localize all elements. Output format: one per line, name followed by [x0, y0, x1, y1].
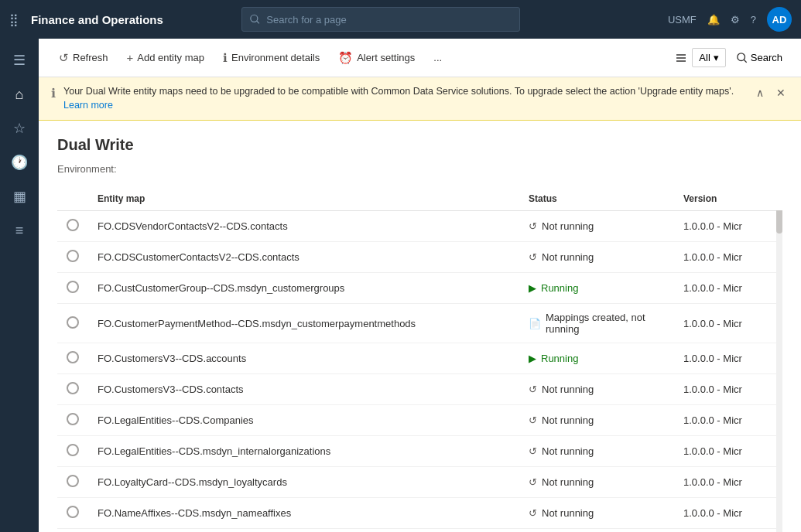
not-running-icon: ↺	[529, 507, 537, 519]
row-radio[interactable]	[67, 444, 79, 456]
table-row[interactable]: FO.LegalEntities--CDS.msdyn_internalorga…	[57, 436, 782, 467]
not-running-icon: ↺	[529, 220, 537, 232]
cell-status: ↺Not running	[519, 242, 674, 273]
status-text: Running	[541, 353, 578, 364]
cell-status: ▶Running	[519, 343, 674, 374]
status-text: Not running	[542, 220, 594, 232]
row-radio[interactable]	[67, 382, 79, 394]
row-radio[interactable]	[67, 219, 79, 231]
mappings-icon: 📄	[529, 318, 541, 329]
main-content: ↺ Refresh + Add entity map ℹ Environment…	[39, 39, 801, 532]
cell-status: ↺Not running	[519, 405, 674, 436]
cell-entity-map: FO.CDSCustomerContactsV2--CDS.contacts	[88, 242, 519, 273]
more-button[interactable]: ...	[426, 48, 450, 67]
table-row[interactable]: FO.LoyaltyCard--CDS.msdyn_loyaltycards↺N…	[57, 467, 782, 498]
row-radio[interactable]	[67, 506, 79, 518]
user-avatar[interactable]: AD	[767, 7, 792, 32]
alert-icon: ⏰	[338, 51, 353, 65]
search-icon	[250, 14, 260, 25]
cell-version: 1.0.0.0 - Micr	[674, 343, 782, 374]
status-text: Not running	[542, 445, 594, 457]
refresh-icon: ↺	[59, 51, 69, 65]
page-title: Dual Write	[57, 136, 782, 154]
status-text: Mappings created, not running	[546, 312, 665, 335]
svg-point-0	[251, 15, 258, 22]
alert-learn-more-link[interactable]: Learn more	[63, 100, 113, 111]
sidebar-item-modules[interactable]: ≡	[4, 215, 35, 246]
status-text: Not running	[542, 384, 594, 395]
table-row[interactable]: FO.CustomersV3--CDS.accounts▶Running1.0.…	[57, 343, 782, 374]
table-row[interactable]: FO.CDSVendorContactsV2--CDS.contacts↺Not…	[57, 211, 782, 242]
environment-details-button[interactable]: ℹ Environment details	[215, 47, 327, 69]
table-row[interactable]: FO.CustomerPaymentMethod--CDS.msdyn_cust…	[57, 304, 782, 343]
table-row[interactable]: FO.CustomersV3--CDS.contacts↺Not running…	[57, 374, 782, 405]
chevron-down-icon: ▾	[714, 52, 719, 63]
global-search-bar[interactable]	[241, 7, 520, 32]
svg-point-5	[738, 53, 745, 60]
row-radio[interactable]	[67, 316, 79, 329]
app-title: Finance and Operations	[31, 13, 163, 26]
scrollbar-track[interactable]	[776, 187, 782, 532]
col-entity-map: Entity map	[88, 187, 519, 211]
row-radio[interactable]	[67, 475, 79, 487]
status-text: Not running	[542, 507, 594, 519]
col-version: Version	[674, 187, 782, 211]
filter-all-dropdown[interactable]: All ▾	[692, 48, 725, 67]
running-icon: ▶	[529, 282, 536, 294]
alert-settings-button[interactable]: ⏰ Alert settings	[330, 47, 423, 69]
cell-entity-map: FO.LoyaltyCard--CDS.msdyn_loyaltycards	[88, 467, 519, 498]
status-text: Not running	[542, 476, 594, 488]
add-entity-map-button[interactable]: + Add entity map	[119, 47, 212, 68]
status-text: Not running	[542, 251, 594, 263]
row-radio[interactable]	[67, 351, 79, 363]
sidebar-item-recent[interactable]: 🕐	[4, 147, 35, 178]
filter-search-button[interactable]: Search	[731, 49, 789, 66]
cell-version: 1.0.0.0 - Micr	[674, 374, 782, 405]
table-row[interactable]: FO.NameAffixes--CDS.msdyn_nameaffixes↺No…	[57, 498, 782, 529]
nav-right: USMF 🔔 ⚙ ? AD	[668, 7, 792, 32]
cell-status: ▶Running	[519, 273, 674, 304]
cell-version: 1.0.0.0 - Micr	[674, 467, 782, 498]
cell-entity-map: FO.CustomersV3--CDS.contacts	[88, 374, 519, 405]
cell-status: ↺Not running	[519, 211, 674, 242]
lines-icon	[675, 52, 687, 64]
help-icon[interactable]: ?	[751, 14, 756, 26]
info-icon: ℹ	[223, 51, 228, 65]
status-text: Not running	[542, 414, 594, 426]
alert-close-button[interactable]: ✕	[773, 85, 789, 101]
running-icon: ▶	[529, 353, 536, 364]
cell-status: ↺Not running	[519, 374, 674, 405]
sidebar-item-home[interactable]: ⌂	[4, 79, 35, 110]
page-content: Dual Write Environment: Entity map Statu…	[39, 121, 801, 532]
cell-entity-map: FO.LegalEntities--CDS.Companies	[88, 405, 519, 436]
table-row[interactable]: FO.CustCustomerGroup--CDS.msdyn_customer…	[57, 273, 782, 304]
alert-collapse-button[interactable]: ∧	[753, 85, 767, 101]
not-running-icon: ↺	[529, 476, 537, 488]
row-radio[interactable]	[67, 250, 79, 262]
top-navigation: ⣿ Finance and Operations USMF 🔔 ⚙ ? AD	[0, 0, 801, 39]
svg-line-6	[744, 60, 747, 63]
cell-version: 1.0.0.0 - Micr	[674, 242, 782, 273]
grid-menu-icon[interactable]: ⣿	[9, 12, 19, 27]
refresh-button[interactable]: ↺ Refresh	[51, 47, 116, 69]
cell-entity-map: FO.NameAffixes--CDS.msdyn_nameaffixes	[88, 498, 519, 529]
sidebar-item-favorites[interactable]: ☆	[4, 113, 35, 144]
table-row[interactable]: FO.CDSCustomerContactsV2--CDS.contacts↺N…	[57, 242, 782, 273]
search-filter-icon	[737, 53, 748, 63]
row-radio[interactable]	[67, 281, 79, 293]
search-input[interactable]	[266, 14, 512, 26]
sidebar-item-menu[interactable]: ☰	[4, 45, 35, 76]
sidebar-item-workspaces[interactable]: ▦	[4, 181, 35, 212]
row-radio[interactable]	[67, 413, 79, 425]
cell-version: 1.0.0.0 - Micr	[674, 405, 782, 436]
cell-version: 1.0.0.0 - Micr	[674, 304, 782, 343]
cell-entity-map: FO.CustomersV3--CDS.accounts	[88, 343, 519, 374]
not-running-icon: ↺	[529, 414, 537, 426]
settings-icon[interactable]: ⚙	[731, 14, 740, 26]
table-row[interactable]: FO.LegalEntities--CDS.Companies↺Not runn…	[57, 405, 782, 436]
filter-section: All ▾ Search	[675, 48, 789, 67]
cell-version: 1.0.0.0 - Micr	[674, 211, 782, 242]
notification-icon[interactable]: 🔔	[707, 14, 720, 26]
user-company: USMF	[668, 14, 697, 26]
cell-entity-map: FO.LegalEntities--CDS.msdyn_internalorga…	[88, 436, 519, 467]
